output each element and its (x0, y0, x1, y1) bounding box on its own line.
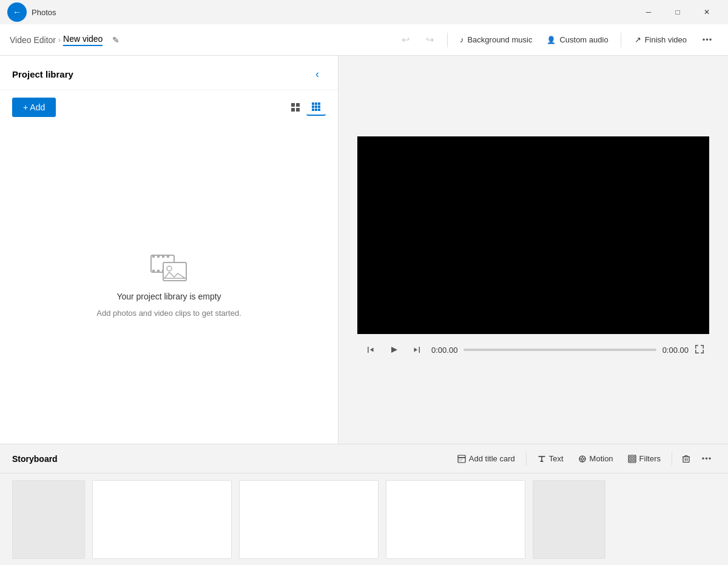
list-item[interactable] (92, 480, 232, 559)
finish-video-button[interactable]: ↗ Finish video (627, 32, 694, 48)
motion-label: Motion (590, 454, 613, 463)
svg-rect-16 (157, 255, 160, 258)
svg-rect-32 (630, 456, 632, 458)
video-preview-panel: 0:00.00 0:00.00 (339, 56, 728, 444)
svg-rect-36 (683, 456, 689, 462)
undo-button[interactable]: ↩ (395, 30, 417, 50)
svg-rect-5 (315, 102, 317, 105)
redo-button[interactable]: ↪ (419, 30, 441, 50)
back-icon: ← (13, 7, 21, 17)
more-options-button[interactable]: ••• (696, 30, 718, 50)
skip-forward-button[interactable] (408, 341, 425, 358)
grid-large-icon (291, 102, 300, 112)
add-title-card-button[interactable]: Add title card (451, 451, 521, 466)
back-button[interactable]: ← (7, 2, 27, 22)
list-item[interactable] (533, 480, 605, 559)
svg-rect-7 (312, 105, 314, 108)
current-time: 0:00.00 (431, 346, 457, 355)
list-item[interactable] (239, 480, 379, 559)
finish-icon: ↗ (635, 35, 641, 44)
svg-rect-2 (291, 108, 295, 112)
svg-rect-27 (459, 459, 463, 460)
sb-separator-1 (526, 452, 527, 466)
grid-small-view-button[interactable] (306, 99, 326, 116)
add-title-card-label: Add title card (469, 454, 515, 463)
storyboard-area: Storyboard Add title card Text (0, 444, 728, 565)
svg-rect-8 (315, 105, 317, 108)
svg-rect-4 (312, 102, 314, 105)
expand-button[interactable] (695, 344, 704, 356)
project-library-panel: Project library ‹ + Add (0, 56, 339, 444)
app-title: Photos (32, 8, 56, 17)
svg-rect-14 (152, 255, 155, 258)
motion-icon (578, 455, 587, 463)
svg-rect-28 (459, 460, 462, 461)
music-icon: ♪ (460, 35, 464, 44)
toolbar: Video Editor › New video ✎ ↩ ↪ ♪ Backgro… (0, 24, 728, 56)
storyboard-title: Storyboard (12, 454, 451, 464)
edit-title-icon[interactable]: ✎ (107, 32, 124, 48)
svg-rect-3 (296, 108, 300, 112)
breadcrumb-current: New video (63, 34, 103, 46)
music-label: Background music (467, 35, 532, 44)
title-bar: ← Photos ─ □ ✕ (0, 0, 728, 24)
skip-back-button[interactable] (362, 341, 379, 358)
panel-title: Project library (12, 69, 73, 79)
toolbar-separator-2 (621, 33, 621, 47)
main-area: Project library ‹ + Add (0, 56, 728, 444)
delete-clip-button[interactable] (677, 450, 695, 467)
background-music-button[interactable]: ♪ Background music (454, 32, 538, 48)
maximize-button[interactable]: □ (664, 2, 692, 22)
panel-collapse-button[interactable]: ‹ (309, 65, 326, 82)
play-button[interactable] (385, 341, 402, 358)
window-controls: ─ □ ✕ (635, 2, 721, 22)
list-item[interactable] (386, 480, 525, 559)
svg-rect-26 (458, 457, 465, 458)
storyboard-more-button[interactable]: ••• (698, 450, 716, 467)
delete-icon (682, 455, 690, 463)
svg-rect-6 (318, 102, 320, 105)
empty-library-icon (150, 250, 189, 284)
svg-rect-1 (296, 103, 300, 107)
breadcrumb-separator: › (58, 36, 61, 44)
text-icon (538, 455, 546, 463)
video-preview-container: 0:00.00 0:00.00 (357, 136, 709, 363)
toolbar-separator-1 (447, 33, 448, 47)
svg-rect-20 (167, 255, 169, 258)
custom-audio-button[interactable]: 👤 Custom audio (541, 32, 614, 48)
breadcrumb: Video Editor › New video (10, 34, 103, 46)
storyboard-actions: Add title card Text Motion (451, 450, 716, 467)
progress-bar[interactable] (463, 349, 656, 351)
svg-rect-15 (152, 270, 155, 272)
add-title-card-icon (457, 455, 466, 463)
title-bar-left: ← Photos (7, 2, 56, 22)
filters-button[interactable]: Filters (622, 451, 667, 466)
audio-icon: 👤 (547, 36, 556, 44)
audio-label: Custom audio (559, 35, 608, 44)
minimize-button[interactable]: ─ (635, 2, 662, 22)
panel-header: Project library ‹ (0, 56, 338, 90)
svg-rect-11 (315, 109, 317, 111)
grid-small-icon (311, 102, 321, 112)
grid-large-view-button[interactable] (286, 99, 305, 116)
svg-rect-34 (630, 460, 632, 461)
video-controls: 0:00.00 0:00.00 (357, 334, 709, 363)
svg-rect-18 (162, 255, 164, 258)
svg-rect-10 (312, 109, 314, 111)
motion-button[interactable]: Motion (572, 451, 619, 466)
text-label: Text (549, 454, 564, 463)
storyboard-header: Storyboard Add title card Text (0, 444, 728, 473)
svg-rect-12 (318, 109, 320, 111)
svg-rect-9 (318, 105, 320, 108)
add-media-button[interactable]: + Add (12, 98, 56, 117)
storyboard-clips (0, 473, 728, 565)
text-button[interactable]: Text (531, 451, 570, 466)
panel-toolbar: + Add (0, 90, 338, 124)
close-button[interactable]: ✕ (693, 2, 721, 22)
toolbar-actions: ↩ ↪ ♪ Background music 👤 Custom audio ↗ … (395, 30, 718, 50)
svg-rect-33 (633, 456, 635, 458)
list-item[interactable] (12, 480, 85, 559)
total-time: 0:00.00 (662, 346, 689, 355)
breadcrumb-parent[interactable]: Video Editor (10, 35, 56, 45)
svg-rect-0 (291, 103, 295, 107)
